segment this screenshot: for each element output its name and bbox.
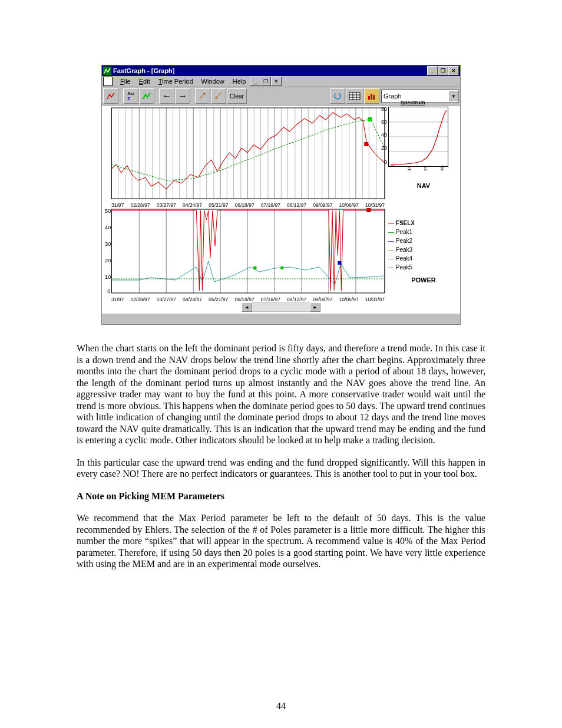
mdi-icon[interactable] — [103, 77, 113, 86]
zoomout-button[interactable] — [211, 88, 226, 104]
page-number: 44 — [0, 701, 562, 711]
svg-rect-77 — [253, 266, 256, 269]
svg-rect-75 — [366, 208, 371, 212]
power-chart[interactable]: 50 40 30 20 10 0 — [103, 208, 386, 301]
zoomin-button[interactable] — [195, 88, 210, 104]
az-button[interactable]: AtoZ — [123, 88, 138, 104]
spectrum-label: Spectrum — [401, 100, 425, 106]
power-legend: — FSELX — Peak1 — Peak2 — Peak3 — Peak4 … — [388, 219, 459, 272]
mdi-minimize-button[interactable]: _ — [250, 77, 260, 86]
clear-button[interactable]: Clear — [227, 88, 247, 104]
menubar: File Edit Time Period Window Help _ ❐ ✕ — [102, 76, 460, 87]
scroll-left-button[interactable]: ◄ — [242, 302, 252, 312]
heading: A Note on Picking MEM Parameters — [77, 490, 485, 502]
grid-button[interactable] — [346, 88, 363, 104]
body-text: When the chart starts on the left the do… — [77, 342, 485, 570]
statusbar — [102, 313, 460, 324]
minimize-button[interactable]: _ — [427, 66, 438, 75]
svg-rect-78 — [280, 266, 283, 269]
paragraph-3: We recommend that the Max Period paramet… — [77, 512, 485, 570]
menu-window[interactable]: Window — [197, 78, 229, 85]
mdi-maximize-button[interactable]: ❐ — [260, 77, 271, 86]
svg-text:50: 50 — [105, 208, 111, 214]
paragraph-1: When the chart starts on the left the do… — [77, 342, 485, 446]
nav-label: NAV — [388, 182, 459, 189]
svg-text:10: 10 — [105, 274, 111, 280]
svg-text:40: 40 — [105, 225, 111, 230]
menu-time-period[interactable]: Time Period — [154, 78, 197, 85]
svg-text:0: 0 — [107, 288, 110, 294]
fastgraph-window: FastGraph - [Graph] _ ❐ ✕ File Edit Time… — [101, 65, 461, 325]
svg-rect-53 — [364, 142, 368, 146]
nav-chart[interactable]: 31/97 02/28/97 03/27/97 04/24/97 05/21/9… — [103, 107, 386, 207]
svg-rect-52 — [368, 117, 372, 121]
svg-rect-76 — [338, 261, 341, 265]
svg-rect-9 — [373, 95, 375, 100]
prev-button[interactable]: ← — [159, 88, 174, 104]
horizontal-scrollbar[interactable]: ◄ ► — [242, 302, 320, 312]
svg-rect-7 — [368, 96, 370, 100]
titlebar[interactable]: FastGraph - [Graph] _ ❐ ✕ — [102, 65, 460, 76]
chevron-down-icon: ▼ — [448, 91, 458, 101]
maximize-button[interactable]: ❐ — [438, 66, 448, 75]
window-title: FastGraph - [Graph] — [113, 67, 175, 74]
svg-rect-8 — [371, 94, 372, 100]
power-label: POWER — [388, 276, 459, 284]
close-button[interactable]: ✕ — [448, 66, 459, 75]
view-combo-value: Graph — [382, 93, 448, 100]
spectrum-chart[interactable]: 80 60 40 20 0 Spectrum 1 14 — [388, 107, 448, 167]
menu-help[interactable]: Help — [229, 78, 250, 85]
svg-rect-2 — [349, 93, 360, 100]
draw-button[interactable] — [139, 88, 154, 104]
chart-button[interactable] — [103, 88, 118, 104]
next-button[interactable]: → — [175, 88, 190, 104]
svg-text:30: 30 — [105, 241, 111, 247]
menu-file[interactable]: File — [116, 78, 135, 85]
svg-rect-57 — [111, 209, 385, 293]
power-x-axis: 31/97 02/28/97 03/27/97 04/24/97 05/21/9… — [103, 297, 386, 304]
app-icon — [103, 67, 111, 75]
bars-button[interactable] — [364, 88, 379, 104]
paragraph-2: In this particular case the upward trend… — [77, 457, 485, 480]
menu-edit[interactable]: Edit — [135, 78, 154, 85]
mdi-close-button[interactable]: ✕ — [271, 77, 282, 86]
refresh-button[interactable] — [330, 88, 345, 104]
scroll-right-button[interactable]: ► — [310, 302, 320, 312]
svg-text:20: 20 — [105, 258, 111, 263]
